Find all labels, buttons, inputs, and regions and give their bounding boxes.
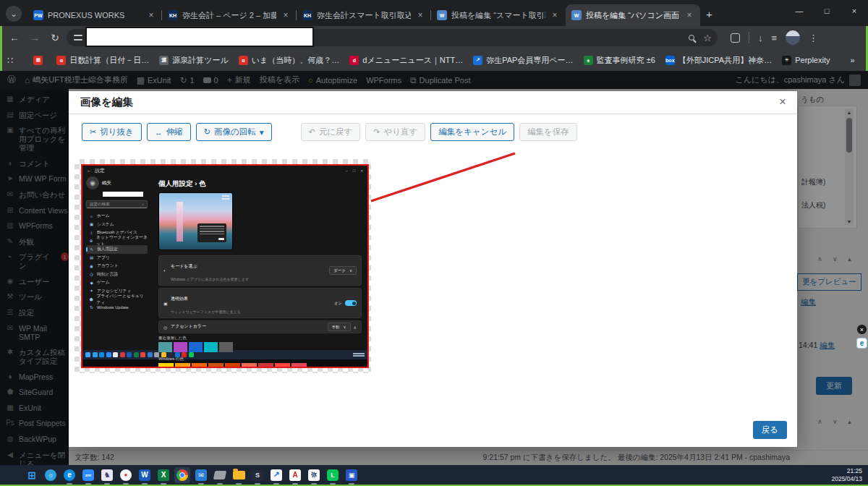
admin-bar-updates[interactable]: ↻1 — [179, 75, 194, 85]
windows-start-icon[interactable]: ⊞ — [24, 467, 40, 483]
bookmark-item[interactable]: ddメニューニュース｜NTT… — [349, 55, 463, 66]
transparency-toggle[interactable] — [345, 300, 357, 306]
cancel-edit-button[interactable]: 編集をキャンセル — [430, 123, 514, 141]
sidebar-item-reusable-blocks[interactable]: ▣すべての再利用ブロックを管理 — [6, 126, 69, 152]
back-icon[interactable]: ← — [6, 32, 23, 43]
bookmark-item[interactable]: ✳Perplexity — [782, 56, 830, 65]
color-swatch[interactable] — [189, 342, 203, 352]
color-swatch[interactable] — [219, 342, 233, 352]
sidebar-item-siteguard[interactable]: ⬟SiteGuard — [6, 388, 69, 396]
tab-close-icon[interactable]: × — [684, 10, 694, 20]
bookmark-item[interactable]: 源源泉計算ツール — [159, 55, 229, 66]
tab-search-chevron-icon[interactable]: ⌄ — [6, 6, 22, 22]
tab-close-icon[interactable]: × — [550, 10, 560, 20]
bookmark-item[interactable]: α日数計算（日付－日… — [56, 55, 149, 66]
nav-privacy[interactable]: ⬟プライバシーとセキュリティ — [86, 295, 148, 304]
app-icon[interactable]: ♞ — [99, 467, 115, 483]
color-swatch[interactable] — [258, 363, 273, 368]
back-button[interactable]: 戻る — [753, 421, 787, 439]
crop-button[interactable]: ✂切り抜き — [82, 123, 142, 141]
browser-tab[interactable]: KH 弥生会計スマート取引取込：複数行 × — [297, 4, 431, 26]
nav-apps[interactable]: ▤アプリ — [86, 254, 148, 263]
settings-user[interactable]: ◉ 嶋矢 — [86, 176, 148, 189]
modal-close-icon[interactable]: × — [775, 95, 790, 108]
bookmark-item[interactable]: box【外部JICPA共用】神奈… — [665, 55, 772, 66]
wordpress-logo-icon[interactable]: Ⓦ — [7, 74, 16, 86]
admin-bar-duplicate-post[interactable]: ⧉Duplicate Post — [410, 75, 471, 85]
color-swatch[interactable] — [292, 363, 307, 368]
sidebar-item-custom-post-type[interactable]: ✱カスタム投稿タイプ設定 — [6, 348, 69, 365]
nav-home[interactable]: ⌂ホーム — [86, 212, 148, 221]
tab-close-icon[interactable]: × — [146, 10, 156, 20]
sidebar-item-settings[interactable]: ☰設定 — [6, 308, 69, 317]
apps-grid-icon[interactable]: ∷ — [7, 55, 13, 66]
color-swatch[interactable] — [208, 363, 224, 368]
accent-color-row[interactable]: ◎ アクセントカラー 手動∨ ∧ — [158, 320, 362, 333]
redo-button[interactable]: ↷やり直す — [365, 123, 425, 141]
sidebar-item-mappress[interactable]: ♦MapPress — [6, 372, 69, 381]
admin-bar-new[interactable]: +新規 — [227, 74, 251, 85]
app-blue-icon[interactable]: ▣ — [344, 467, 359, 483]
close-icon[interactable]: × — [360, 169, 363, 173]
sidebar-item-plugins[interactable]: ⌁プラグイン1 — [6, 252, 69, 270]
update-button[interactable]: 更新 — [816, 377, 852, 395]
forward-icon[interactable]: → — [26, 32, 43, 43]
scrollbar[interactable]: ▲ ▼ — [845, 109, 854, 225]
site-info-icon[interactable] — [74, 34, 82, 41]
sidebar-item-media[interactable]: ▦メディア — [6, 95, 69, 103]
scrollbar-thumb[interactable] — [846, 118, 852, 153]
mode-dropdown[interactable]: ダーク∨ — [329, 266, 357, 275]
image-canvas[interactable]: ← 設定 – □ × ◉ 嶋矢 — [75, 159, 371, 373]
taskbar-clock[interactable]: 21:25 2025/04/13 — [831, 467, 862, 482]
sidebar-item-pages[interactable]: ▤固定ページ — [6, 111, 69, 119]
panel-toggle-carets[interactable]: ∧ ∨ ▴ — [817, 255, 856, 263]
color-swatch[interactable] — [242, 363, 257, 368]
chevron-up-icon[interactable]: ∧ — [354, 325, 357, 330]
edit-link[interactable]: 編集 — [801, 297, 816, 307]
sidebar-item-tools[interactable]: ⚒ツール — [6, 292, 69, 301]
extensions-icon[interactable] — [731, 33, 740, 43]
nav-gaming[interactable]: ◆ゲーム — [86, 278, 148, 287]
admin-bar-autoptimize[interactable]: ○Autoptimize — [308, 76, 357, 85]
admin-bar-view-post[interactable]: 投稿を表示 — [260, 74, 299, 85]
edge-icon[interactable]: e — [61, 467, 77, 483]
admin-bar-wpforms[interactable]: WPForms — [366, 76, 401, 85]
nav-accounts[interactable]: ◉アカウント — [86, 262, 148, 270]
color-swatch[interactable] — [204, 342, 218, 352]
address-bar[interactable]: ☆ — [67, 29, 718, 46]
nav-system[interactable]: ▣システム — [86, 221, 148, 229]
sidebar-item-mw-wp-form[interactable]: ➤MW WP Form — [6, 174, 69, 183]
reading-list-icon[interactable]: ≡ — [772, 33, 778, 43]
sidebar-item-users[interactable]: ◉ユーザー — [6, 277, 69, 286]
browser-tab[interactable]: PW PRONEXUS WORKS × — [27, 4, 162, 26]
undo-button[interactable]: ↶元に戻す — [301, 123, 361, 141]
browser-tab[interactable]: KH 弥生会計 – ページ 2 – 加藤博己税理 × — [162, 4, 297, 26]
scroll-up-icon[interactable]: ▲ — [845, 110, 854, 115]
sidebar-item-backwpup[interactable]: ◍BackWPup — [6, 435, 69, 443]
profile-avatar[interactable] — [786, 30, 800, 45]
chrome-icon[interactable] — [174, 467, 190, 483]
word-icon[interactable]: W — [137, 467, 153, 483]
color-swatch[interactable] — [158, 342, 172, 352]
sidebar-item-post-snippets[interactable]: PsPost Snippets — [6, 419, 69, 427]
more-menu-icon[interactable]: ⋮ — [809, 33, 818, 43]
reload-icon[interactable]: ↻ — [46, 32, 64, 43]
excel-icon[interactable]: X — [156, 467, 171, 483]
tab-close-icon[interactable]: × — [415, 10, 425, 20]
yayoi-icon[interactable]: ↗ — [268, 467, 284, 483]
bookmark-item[interactable]: αいま（当時）、何歳？… — [239, 55, 340, 66]
new-tab-button[interactable]: + — [706, 8, 712, 20]
nav-personalization[interactable]: ✎個人用設定 — [86, 245, 148, 254]
minimize-icon[interactable]: – — [346, 169, 348, 173]
color-swatch[interactable] — [225, 363, 240, 368]
color-swatch[interactable] — [192, 363, 207, 368]
color-swatch[interactable] — [275, 363, 290, 368]
panel-toggle-carets[interactable]: ∧ ∨ ▴ — [817, 418, 856, 425]
tab-close-icon[interactable]: × — [281, 10, 291, 20]
download-icon[interactable]: ↓ — [758, 33, 763, 43]
rotate-button[interactable]: ↻画像の回転▾ — [196, 123, 272, 141]
accent-dropdown[interactable]: 手動∨ — [328, 323, 351, 331]
admin-bar-greeting[interactable]: こんにちは、cpashimaya さん — [735, 74, 861, 86]
edit-time-link[interactable]: 編集 — [820, 341, 835, 349]
app-gray-icon[interactable] — [212, 467, 228, 483]
